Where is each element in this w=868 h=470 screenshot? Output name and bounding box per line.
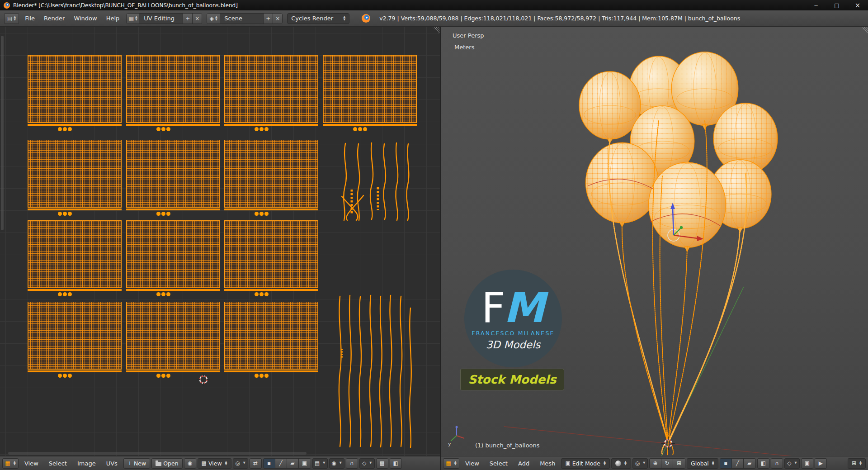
- menu-add[interactable]: Add: [514, 460, 534, 467]
- snap-element-icon: ◇: [787, 461, 791, 466]
- scene-delete-button[interactable]: ×: [273, 14, 282, 24]
- layout-name-field[interactable]: UV Editing: [139, 14, 183, 24]
- edit-mode-icon: ▣: [565, 461, 570, 466]
- blender-logo-icon: [362, 14, 370, 23]
- occlude-icon: ◧: [393, 461, 398, 466]
- watermark-logo: F M FRANCESCO MILANESE 3D Models: [464, 270, 562, 367]
- uv-string-islands-lower[interactable]: [335, 294, 415, 448]
- pivot-icon: ◎: [235, 461, 240, 466]
- plus-icon: +: [127, 461, 132, 466]
- uv-island[interactable]: [126, 220, 220, 288]
- balloon[interactable]: [586, 142, 659, 227]
- uv-image-editor: ▦ ▲▼ View Select Image UVs + New Open ◉: [0, 27, 440, 470]
- manipulator-translate-button[interactable]: ⊕: [650, 459, 661, 468]
- image-new-button[interactable]: + New: [123, 458, 150, 469]
- proportional-edit-dropdown[interactable]: ◉ ▼: [329, 458, 344, 469]
- uv-island[interactable]: [224, 55, 318, 123]
- maximize-button[interactable]: □: [826, 0, 847, 10]
- mode-dropdown[interactable]: ▣ Edit Mode ▲▼: [561, 458, 610, 469]
- uv-island[interactable]: [126, 140, 220, 208]
- viewport-3d-scene[interactable]: [441, 27, 868, 456]
- edge-select-button[interactable]: ╱: [732, 459, 744, 468]
- vertical-scrollbar[interactable]: [1, 36, 4, 230]
- menu-uvs[interactable]: UVs: [102, 460, 122, 467]
- opengl-render-button[interactable]: ▣: [801, 458, 813, 469]
- pin-image-button[interactable]: ◉: [184, 458, 196, 469]
- image-open-button[interactable]: Open: [151, 458, 182, 469]
- layout-add-button[interactable]: +: [183, 14, 192, 24]
- opengl-render-anim-button[interactable]: ▶: [815, 458, 827, 469]
- uv-island[interactable]: [28, 220, 122, 288]
- orientation-dropdown[interactable]: Global ▲▼: [687, 458, 718, 469]
- menu-file[interactable]: File: [20, 15, 39, 22]
- uv-island[interactable]: [224, 302, 318, 370]
- uv-string-islands-upper[interactable]: [338, 142, 415, 222]
- editor-type-button[interactable]: ▤ ▲▼: [4, 13, 19, 24]
- menu-image[interactable]: Image: [73, 460, 100, 467]
- editor-type-button[interactable]: ▦ ▲▼: [443, 458, 459, 469]
- uv-island[interactable]: [224, 140, 318, 208]
- viewport-shading-dropdown[interactable]: ▲▼: [611, 458, 631, 469]
- editor-type-button[interactable]: ▦ ▲▼: [2, 458, 19, 469]
- snap-element-dropdown[interactable]: ◇ ▼: [784, 458, 800, 469]
- uv-island[interactable]: [323, 55, 417, 123]
- sticky-selection-dropdown[interactable]: ▤ ▼: [312, 458, 328, 469]
- translate-icon: ⊕: [653, 461, 657, 466]
- close-button[interactable]: ×: [847, 0, 868, 10]
- uv-knot-dots: [255, 374, 269, 378]
- axis-label: y: [448, 441, 451, 447]
- manipulator-rotate-button[interactable]: ↻: [661, 459, 673, 468]
- uv-island-select-button[interactable]: ▣: [299, 459, 311, 468]
- normalized-uv-toggle[interactable]: ▩: [376, 458, 388, 469]
- display-channels-dropdown[interactable]: ▩ View ▲▼: [198, 458, 231, 469]
- snap-toggle-button[interactable]: ∩: [771, 458, 783, 469]
- draw-other-objects-toggle[interactable]: ◧: [390, 458, 402, 469]
- scene-add-button[interactable]: +: [263, 14, 273, 24]
- snap-toggle-button[interactable]: ∩: [346, 458, 358, 469]
- window-title: Blender* [C:\Users\franc\Desktop\BUNCH_O…: [13, 2, 238, 9]
- menu-select[interactable]: Select: [44, 460, 71, 467]
- menu-render[interactable]: Render: [39, 15, 69, 22]
- proportional-icon: ◉: [331, 461, 336, 466]
- extra-dropdown[interactable]: ⊞ ▲▼: [848, 458, 866, 469]
- uv-island[interactable]: [224, 220, 318, 288]
- uv-island[interactable]: [126, 55, 220, 123]
- manipulator-scale-button[interactable]: ⊞: [673, 459, 685, 468]
- menu-window[interactable]: Window: [69, 15, 101, 22]
- pivot-point-dropdown[interactable]: ◎ ▼: [632, 458, 648, 469]
- viewport-canvas[interactable]: User Persp Meters F M FRANCESCO MILANESE…: [441, 27, 868, 456]
- titlebar: Blender* [C:\Users\franc\Desktop\BUNCH_O…: [0, 0, 868, 10]
- scene-icon: ◈: [210, 16, 214, 21]
- menu-view[interactable]: View: [461, 460, 484, 467]
- menu-help[interactable]: Help: [102, 15, 124, 22]
- menu-view[interactable]: View: [20, 460, 43, 467]
- uv-2d-cursor[interactable]: [196, 372, 211, 387]
- cursor-3d[interactable]: [661, 436, 675, 451]
- scene-browse-button[interactable]: ◈ ▲▼: [207, 14, 220, 24]
- uv-island[interactable]: [28, 55, 122, 123]
- uv-island[interactable]: [126, 302, 220, 370]
- menu-select[interactable]: Select: [485, 460, 512, 467]
- uv-island[interactable]: [28, 140, 122, 208]
- limit-selection-visible-toggle[interactable]: ◧: [757, 458, 769, 469]
- uv-island[interactable]: [28, 302, 122, 370]
- face-select-button[interactable]: ▰: [744, 459, 755, 468]
- uv-edge-select-button[interactable]: ╱: [275, 459, 287, 468]
- vertex-select-button[interactable]: ▪: [720, 459, 732, 468]
- viewport-editor-icon: ▦: [446, 461, 451, 466]
- uv-vertex-select-button[interactable]: ▪: [264, 459, 275, 468]
- menu-mesh[interactable]: Mesh: [535, 460, 560, 467]
- render-engine-dropdown[interactable]: Cycles Render ▲▼: [287, 13, 349, 24]
- uv-face-select-button[interactable]: ▰: [287, 459, 299, 468]
- uv-canvas[interactable]: [0, 27, 440, 456]
- sticky-icon: ▤: [315, 461, 320, 466]
- layout-browse-button[interactable]: ▦ ▲▼: [127, 14, 139, 24]
- minimize-button[interactable]: ─: [806, 0, 826, 10]
- snap-element-dropdown[interactable]: ◇ ▼: [359, 458, 375, 469]
- horizontal-scrollbar[interactable]: [8, 452, 307, 455]
- pivot-dropdown[interactable]: ◎ ▼: [233, 458, 248, 469]
- sync-uv-selection-toggle[interactable]: ⇄: [250, 458, 262, 469]
- region-corner-widget[interactable]: [433, 27, 439, 34]
- layout-delete-button[interactable]: ×: [192, 14, 202, 24]
- scene-name-field[interactable]: Scene: [220, 14, 263, 24]
